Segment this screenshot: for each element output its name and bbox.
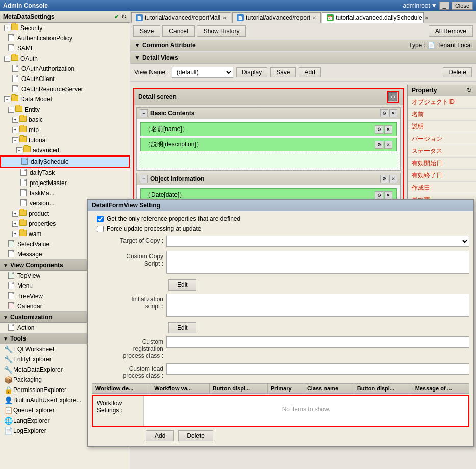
sidebar-item-authpolicy[interactable]: AuthenticationPolicy [0,33,130,43]
show-history-button[interactable]: Show History [197,25,246,37]
sidebar-item-oauth[interactable]: − OAuth [0,54,130,64]
all-remove-button[interactable]: All Remove [429,25,473,37]
folder-icon [19,136,28,144]
folder-icon [11,95,19,103]
settings-icon[interactable]: ⚙ [375,191,383,199]
close-icon[interactable]: ✕ [389,109,397,117]
tab-reportmail[interactable]: 📄 tutorial/advanced/reportMail ✕ [131,12,231,23]
sidebar-item-oauthclient[interactable]: OAuthClient [0,74,130,84]
sidebar-item-taskma[interactable]: taskMa... [0,188,130,198]
sidebar-item-basic[interactable]: + basic [0,115,130,125]
sidebar-item-advanced[interactable]: − advanced [0,145,130,155]
custom-copy-textarea[interactable] [166,251,469,274]
tab-report[interactable]: 📄 tutorial/advanced/report ✕ [232,12,321,23]
sidebar-label: tutorial [29,137,47,144]
close-icon[interactable]: ✕ [384,125,392,134]
file-icon [12,75,20,83]
close-button[interactable]: Close [452,2,473,10]
target-copy-select[interactable] [166,236,469,247]
refresh-icon[interactable]: ↻ [467,87,472,94]
sidebar-item-tutorial[interactable]: − tutorial [0,135,130,145]
collapse-arrow[interactable]: ▼ [134,42,140,49]
section-arrow: ▼ [3,263,8,268]
sidebar-item-dailytask[interactable]: dailyTask [0,168,130,178]
property-item-description[interactable]: 説明 [408,121,476,133]
minimize-button[interactable]: _ [439,2,449,10]
workflow-delete-button[interactable]: Delete [178,430,213,441]
expand-icon[interactable]: + [4,25,10,31]
folder-icon [23,146,32,154]
sidebar-item-oauthresource[interactable]: OAuthResourceServer [0,84,130,94]
settings-icon[interactable]: ⚙ [388,92,397,101]
property-item-name[interactable]: 名前 [408,109,476,121]
settings-icon[interactable]: ⚙ [380,109,388,117]
custom-load-input[interactable] [166,363,469,375]
cancel-button[interactable]: Cancel [162,25,194,37]
tab-close-icon[interactable]: ✕ [312,15,316,21]
workflow-add-button[interactable]: Add [146,430,174,441]
tab-close-icon[interactable]: ✕ [424,15,429,21]
tab-close-icon[interactable]: ✕ [222,15,227,21]
edit-button-1[interactable]: Edit [168,279,196,291]
sidebar-item-datamodel[interactable]: − Data Model [0,94,130,105]
expand-icon[interactable]: − [16,147,22,153]
property-item-enddate[interactable]: 有効終了日 [408,170,476,182]
collapse-arrow[interactable]: ▼ [134,54,140,61]
save-button[interactable]: Save [133,25,160,37]
sidebar-item-security[interactable]: + Security [0,23,130,33]
sidebar-label: Packaging [13,376,42,383]
collapse-btn[interactable]: − [140,109,148,117]
init-script-textarea[interactable] [166,294,469,317]
sidebar-label: projectMaster [30,179,67,187]
close-icon[interactable]: ✕ [384,141,392,149]
custom-reg-input[interactable] [166,336,469,348]
sidebar-item-oauthauth[interactable]: OAuthAuthorization [0,64,130,74]
sidebar-label: advanced [33,147,59,154]
sidebar-item-mtp[interactable]: + mtp [0,125,130,135]
sidebar-item-projectmaster[interactable]: projectMaster [0,178,130,188]
property-item-objectid[interactable]: オブジェクトID [408,96,476,109]
folder-icon [19,220,28,228]
expand-icon[interactable]: − [12,137,18,143]
type-display: Type : 📄 Tenant Local [409,42,472,49]
basic-contents-title: − Basic Contents [140,109,194,117]
sidebar-item-entity[interactable]: − Entity [0,105,130,115]
expand-icon[interactable]: + [12,221,18,227]
collapse-btn[interactable]: − [140,175,148,183]
user-display: adminroot ▼ [403,2,437,9]
edit-button-2[interactable]: Edit [168,322,196,333]
checkmark-icon[interactable]: ✔ [114,13,119,20]
expand-icon[interactable]: + [12,117,18,123]
close-icon[interactable]: ✕ [384,191,392,199]
checkbox-reference[interactable] [97,216,104,222]
refresh-icon[interactable]: ↻ [121,13,127,20]
display-button[interactable]: Display [236,67,267,77]
expand-icon[interactable]: − [4,56,10,62]
dialog-title-bar: DetailFormView Setting [88,200,473,211]
folder-icon [19,116,28,124]
expand-icon[interactable]: + [12,211,18,217]
property-item-version[interactable]: バージョン [408,133,476,145]
property-item-createdate[interactable]: 作成日 [408,182,476,194]
property-item-startdate[interactable]: 有効開始日 [408,158,476,170]
expand-icon[interactable]: + [12,127,18,133]
close-icon[interactable]: ✕ [389,175,397,183]
tab-dailyschedule[interactable]: 📅 tutorial.advanced.dailySchedule ✕ [322,12,424,23]
expand-icon[interactable]: + [12,231,18,237]
settings-icon[interactable]: ⚙ [375,125,383,134]
delete-view-button[interactable]: Delete [443,67,472,77]
expand-icon[interactable]: − [8,107,14,113]
custom-reg-row: Customregistrationprocess class : [92,336,469,359]
view-name-select[interactable]: (default) [172,67,233,78]
col-class-name: Class name [304,384,354,394]
expand-icon[interactable]: − [4,96,10,102]
checkbox-force-update[interactable] [97,226,104,232]
settings-icon[interactable]: ⚙ [375,141,383,149]
property-item-status[interactable]: ステータス [408,145,476,158]
sidebar-item-saml[interactable]: SAML [0,43,130,54]
add-view-button[interactable]: Add [299,67,321,77]
tab-label: tutorial.advanced.dailySchedule [336,14,422,21]
sidebar-item-dailyschedule[interactable]: dailySchedule [0,155,130,168]
save-view-button[interactable]: Save [270,67,295,77]
settings-icon[interactable]: ⚙ [380,175,388,183]
